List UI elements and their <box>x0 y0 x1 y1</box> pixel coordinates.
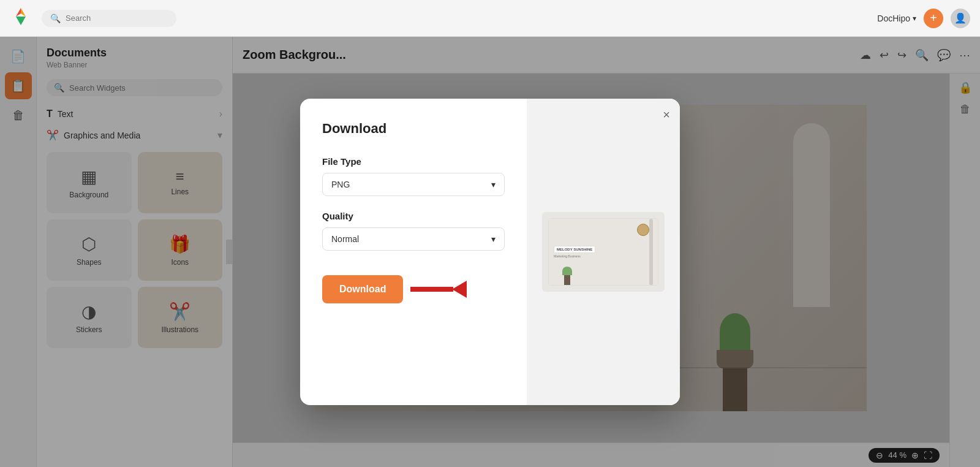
clock-decoration <box>637 224 649 236</box>
quality-label: Quality <box>322 211 505 221</box>
arrow-head <box>452 281 467 298</box>
modal-overlay: × Download File Type PNG ▾ Quality Norma… <box>0 37 980 467</box>
preview-title-line1: MELODY SUNSHINE <box>554 246 595 253</box>
search-icon: 🔍 <box>50 13 61 23</box>
quality-chevron-icon: ▾ <box>491 234 496 244</box>
file-type-value: PNG <box>331 180 350 189</box>
add-icon: + <box>930 11 937 25</box>
user-icon: 👤 <box>954 12 967 24</box>
app-logo[interactable] <box>10 6 32 31</box>
file-type-chevron-icon: ▾ <box>491 180 496 189</box>
dochipo-chevron-icon: ▾ <box>913 14 916 23</box>
dochipo-menu[interactable]: DocHipo ▾ <box>877 13 916 23</box>
preview-title-line2: Marketing Business <box>554 254 581 258</box>
topbar-search-input[interactable] <box>66 13 157 23</box>
modal-title: Download <box>322 121 505 137</box>
dochipo-label: DocHipo <box>877 13 910 23</box>
file-type-label: File Type <box>322 156 505 167</box>
arrow-body <box>410 287 453 292</box>
lamp-preview-decoration <box>649 219 653 285</box>
topbar: 🔍 DocHipo ▾ + 👤 <box>0 0 980 37</box>
topbar-search-container: 🔍 <box>42 10 176 27</box>
quality-select[interactable]: Normal ▾ <box>322 227 505 251</box>
preview-inner-content: MELODY SUNSHINE Marketing Business <box>548 218 658 286</box>
modal-close-button[interactable]: × <box>663 108 670 121</box>
red-arrow-indicator <box>410 281 467 298</box>
user-profile-button[interactable]: 👤 <box>951 9 970 28</box>
file-type-select[interactable]: PNG ▾ <box>322 173 505 196</box>
modal-preview-image: MELODY SUNSHINE Marketing Business <box>542 212 665 292</box>
download-button-wrapper: Download <box>322 275 505 303</box>
quality-value: Normal <box>331 234 359 244</box>
plant-preview-decoration <box>561 267 573 285</box>
download-button[interactable]: Download <box>322 275 403 303</box>
download-modal: × Download File Type PNG ▾ Quality Norma… <box>300 99 680 405</box>
modal-left-panel: Download File Type PNG ▾ Quality Normal … <box>300 99 527 405</box>
topbar-right: DocHipo ▾ + 👤 <box>877 9 970 28</box>
add-button[interactable]: + <box>924 9 943 28</box>
modal-right-panel: MELODY SUNSHINE Marketing Business <box>527 99 680 405</box>
